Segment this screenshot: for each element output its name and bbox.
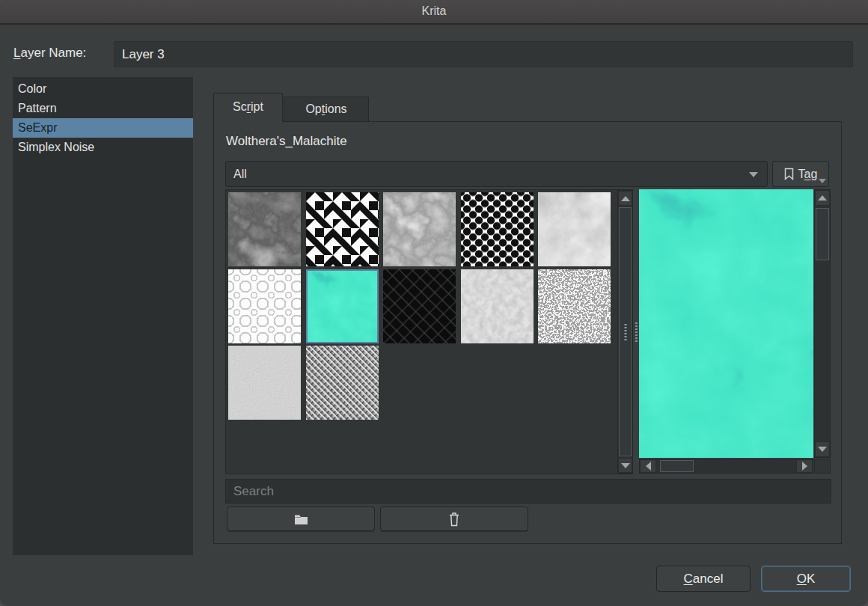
tag-button[interactable]: Tag — [772, 161, 829, 187]
resource-thumbnail-grid — [225, 189, 633, 474]
pattern-thumbnail-truchet-circles[interactable] — [228, 269, 301, 343]
list-item-simplex-noise[interactable]: Simplex Noise — [13, 138, 193, 157]
grid-vertical-scrollbar[interactable] — [617, 190, 633, 474]
folder-icon — [293, 512, 309, 525]
pattern-thumbnail-malachite[interactable] — [306, 269, 379, 343]
script-tab-panel: Wolthera's_Malachite All Tag — [213, 121, 842, 544]
selected-resource-name: Wolthera's_Malachite — [226, 134, 347, 149]
list-item-pattern[interactable]: Pattern — [13, 99, 193, 118]
scroll-down-button[interactable] — [815, 441, 830, 457]
scrollbar-thumb[interactable] — [660, 460, 694, 472]
pattern-thumbnail-bw-triangles[interactable] — [306, 192, 379, 266]
preview-horizontal-scrollbar[interactable] — [639, 459, 813, 474]
resource-preview-pane — [639, 189, 831, 474]
list-item-color[interactable]: Color — [13, 79, 193, 99]
krita-dialog-window: Krita Layer Name: ColorPatternSeExprSimp… — [0, 0, 868, 606]
pattern-thumbnail-speckle[interactable] — [538, 269, 611, 343]
pattern-thumbnail-fine-grain[interactable] — [228, 346, 301, 420]
scrollbar-thumb[interactable] — [816, 208, 829, 260]
chevron-down-icon — [819, 179, 826, 183]
scrollbar-thumb[interactable] — [619, 207, 632, 456]
scroll-left-button[interactable] — [640, 459, 656, 473]
search-input[interactable] — [225, 479, 831, 504]
cancel-button[interactable]: Cancel — [656, 566, 751, 592]
delete-resource-button[interactable] — [380, 506, 528, 531]
generator-type-list: ColorPatternSeExprSimplex Noise — [13, 77, 193, 555]
pattern-thumbnail-halftone-dots[interactable] — [461, 192, 534, 266]
ok-button[interactable]: OK — [761, 566, 851, 592]
pattern-thumbnail-dark-maze[interactable] — [383, 269, 456, 343]
trash-icon — [447, 511, 462, 527]
tab-options[interactable]: Options — [284, 97, 369, 122]
pattern-thumbnail-dark-marble[interactable] — [228, 192, 301, 266]
scroll-up-button[interactable] — [618, 191, 632, 206]
layer-name-label: Layer Name: — [13, 46, 86, 61]
scroll-up-button[interactable] — [815, 190, 830, 206]
pattern-thumbnail-light-clouds[interactable] — [538, 192, 611, 266]
pattern-thumbnail-weave[interactable] — [306, 346, 379, 420]
chevron-down-icon — [749, 172, 758, 177]
title-bar[interactable]: Krita — [0, 0, 868, 25]
layer-name-input[interactable] — [114, 41, 853, 67]
pattern-thumbnail-concrete[interactable] — [461, 269, 534, 343]
import-resource-button[interactable] — [227, 506, 375, 531]
tab-script[interactable]: Script — [213, 93, 283, 122]
bookmark-icon — [784, 168, 794, 180]
scroll-right-button[interactable] — [796, 459, 813, 473]
window-title: Krita — [0, 4, 868, 18]
malachite-preview-image — [639, 189, 813, 458]
scrollbar-corner — [814, 459, 831, 474]
tag-filter-combobox[interactable]: All — [225, 161, 768, 187]
preview-vertical-scrollbar[interactable] — [814, 189, 831, 458]
scroll-down-button[interactable] — [618, 458, 632, 473]
pattern-thumbnail-gray-clouds[interactable] — [383, 192, 456, 266]
splitter-grip-dots — [635, 322, 638, 342]
list-item-seexpr[interactable]: SeExpr — [13, 118, 193, 138]
grid-preview-splitter[interactable] — [634, 189, 639, 474]
